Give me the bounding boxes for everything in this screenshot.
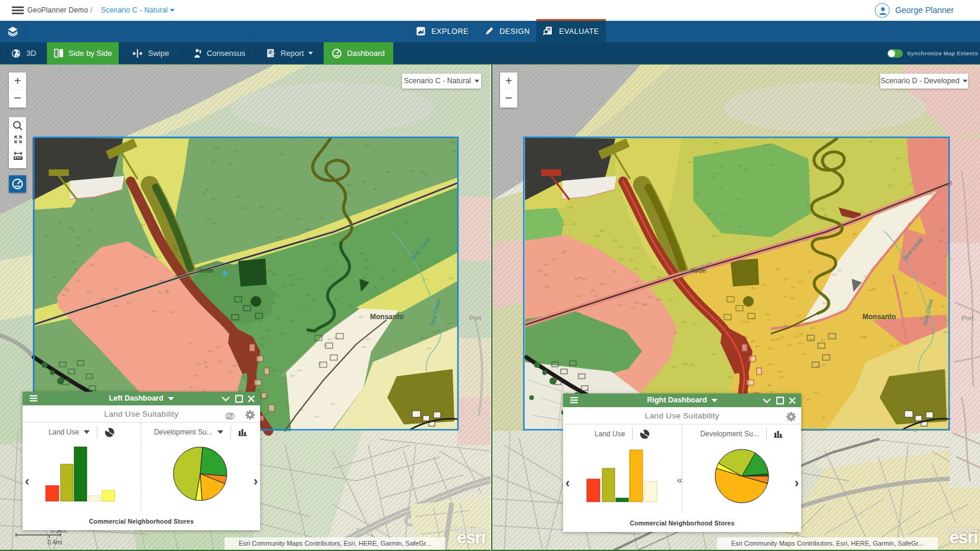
svg-text:0.4mi: 0.4mi bbox=[48, 539, 62, 546]
svg-text:Port: Port bbox=[962, 314, 973, 322]
svg-text:Monsanto: Monsanto bbox=[370, 313, 404, 321]
svg-text:Port: Port bbox=[469, 314, 481, 322]
svg-text:Monsanto: Monsanto bbox=[862, 313, 896, 321]
